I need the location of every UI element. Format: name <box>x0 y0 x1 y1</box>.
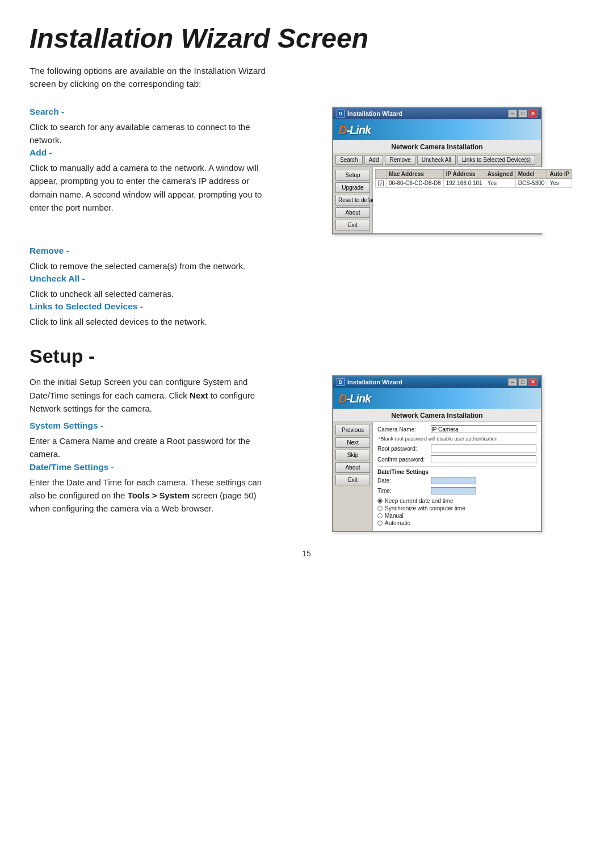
time-row: Time: <box>377 487 536 494</box>
setup-side-buttons: Previous Next Skip About Exit <box>333 422 373 531</box>
auth-note: *Blank root password will disable user a… <box>379 436 536 442</box>
exit-button-2[interactable]: Exit <box>335 475 370 485</box>
uncheck-all-tab-button[interactable]: Uncheck All <box>417 155 456 165</box>
section-remove: Remove - Click to remove the selected ca… <box>30 246 274 272</box>
row-autoip: Yes <box>547 178 572 188</box>
wizard-subtitle-2: Network Camera Installation <box>333 409 541 422</box>
upgrade-side-button[interactable]: Upgrade <box>335 182 370 193</box>
wizard-header-2: D-Link <box>333 388 541 409</box>
search-body: Click to search for any available camera… <box>30 120 274 147</box>
close-button-1[interactable]: ✕ <box>528 110 538 118</box>
setup-body-bold: Next <box>190 391 208 400</box>
col-header-check <box>376 169 387 178</box>
wizard-icon-2: D <box>337 378 345 386</box>
table-row: ✓ 00-80-C8-CD-D8-D8 192.168.0.101 Yes DC… <box>376 178 572 188</box>
root-password-label: Root password: <box>377 446 429 452</box>
radio-group: Keep current date and time Synchronize w… <box>377 498 536 526</box>
setup-form-area: Previous Next Skip About Exit Camera Nam… <box>333 422 541 531</box>
root-password-input[interactable] <box>431 445 536 452</box>
wizard-icon-1: D <box>337 110 345 118</box>
wizard-header-1: D-Link <box>333 119 541 140</box>
add-heading: Add - <box>30 148 274 158</box>
wizard-subtitle-1: Network Camera Installation <box>333 140 541 153</box>
links-tab-button[interactable]: Links to Selected Device(s) <box>457 155 535 165</box>
about-button-2[interactable]: About <box>335 462 370 473</box>
setup-left-col: On the initial Setup Screen you can conf… <box>30 375 274 532</box>
maximize-button-1[interactable]: □ <box>518 110 527 118</box>
wizard-side-buttons-1: Setup Upgrade Reset to default About Exi… <box>333 167 373 233</box>
intro-text: The following options are available on t… <box>30 64 274 91</box>
wizard-window-2-container: D Installation Wizard − □ ✕ D-Link Netwo… <box>291 375 583 532</box>
below-wizard-sections: Remove - Click to remove the selected ca… <box>30 246 274 329</box>
camera-name-input[interactable] <box>431 425 536 433</box>
time-input[interactable] <box>431 487 476 494</box>
datetime-group-label: Date/Time Settings <box>377 466 536 475</box>
section-links: Links to Selected Devices - Click to lin… <box>30 301 274 328</box>
previous-button[interactable]: Previous <box>335 425 370 435</box>
row-check[interactable]: ✓ <box>376 178 387 188</box>
checkbox[interactable]: ✓ <box>378 181 384 186</box>
camera-name-label: Camera Name: <box>377 426 429 433</box>
col-header-autoip: Auto IP <box>547 169 572 178</box>
system-settings-body: Enter a Camera Name and create a Root pa… <box>30 434 274 461</box>
wizard-title-2: Installation Wizard <box>347 379 402 385</box>
minimize-button-2[interactable]: − <box>508 378 517 386</box>
uncheck-all-body: Click to uncheck all selected cameras. <box>30 287 274 300</box>
setup-side-button[interactable]: Setup <box>335 170 370 181</box>
setup-section: On the initial Setup Screen you can conf… <box>30 375 583 532</box>
next-button[interactable]: Next <box>335 437 370 448</box>
datetime-settings-heading: Date/Time Settings - <box>30 462 274 472</box>
remove-tab-button[interactable]: Remove <box>385 155 415 165</box>
section-add: Add - Click to manually add a camera to … <box>30 148 274 214</box>
remove-heading: Remove - <box>30 246 274 256</box>
col-header-model: Model <box>515 169 547 178</box>
wizard-titlebar-1: D Installation Wizard − □ ✕ <box>333 108 541 119</box>
radio-automatic-dot[interactable] <box>377 521 383 526</box>
add-body: Click to manually add a camera to the ne… <box>30 161 274 214</box>
section-search: Search - Click to search for any availab… <box>30 107 274 147</box>
links-body: Click to link all selected devices to th… <box>30 315 274 328</box>
date-label: Date: <box>377 477 429 484</box>
wizard-sidebar-1: Setup Upgrade Reset to default About Exi… <box>333 167 541 233</box>
setup-main-content: Camera Name: *Blank root password will d… <box>373 422 541 531</box>
radio-sync-computer: Synchronize with computer time <box>377 505 536 511</box>
wizard-title-1: Installation Wizard <box>347 110 402 117</box>
search-tab-button[interactable]: Search <box>335 155 363 165</box>
exit-side-button[interactable]: Exit <box>335 220 370 230</box>
radio-sync-computer-dot[interactable] <box>377 506 383 511</box>
root-password-row: Root password: <box>377 445 536 452</box>
wizard-window-1: D Installation Wizard − □ ✕ D-Link Netwo… <box>332 107 542 234</box>
system-settings-heading: System Settings - <box>30 421 274 431</box>
links-heading: Links to Selected Devices - <box>30 301 274 312</box>
radio-manual-label: Manual <box>385 513 404 519</box>
dlink-logo-1: D-Link <box>339 124 371 137</box>
wizard-title-btns-1[interactable]: − □ ✕ <box>508 110 538 118</box>
row-assigned: Yes <box>485 178 515 188</box>
confirm-password-row: Confirm password: <box>377 455 536 463</box>
radio-automatic-label: Automatic <box>385 520 410 526</box>
confirm-password-input[interactable] <box>431 455 536 463</box>
add-tab-button[interactable]: Add <box>364 155 384 165</box>
radio-keep-current-dot[interactable] <box>377 498 383 504</box>
left-descriptions: Search - Click to search for any availab… <box>30 107 274 234</box>
setup-heading: Setup - <box>30 345 583 367</box>
wizard-titlebar-2: D Installation Wizard − □ ✕ <box>333 376 541 388</box>
skip-button[interactable]: Skip <box>335 450 370 460</box>
radio-keep-current: Keep current date and time <box>377 498 536 504</box>
close-button-2[interactable]: ✕ <box>528 378 538 386</box>
confirm-password-label: Confirm password: <box>377 456 429 463</box>
radio-sync-computer-label: Synchronize with computer time <box>385 505 465 511</box>
section-system-settings: System Settings - Enter a Camera Name an… <box>30 421 274 461</box>
uncheck-all-heading: Uncheck All - <box>30 274 274 284</box>
reset-side-button[interactable]: Reset to default <box>335 195 370 206</box>
minimize-button-1[interactable]: − <box>508 110 517 118</box>
page-title: Installation Wizard Screen <box>30 23 583 54</box>
radio-manual-dot[interactable] <box>377 513 383 518</box>
date-input[interactable] <box>431 477 476 484</box>
about-side-button[interactable]: About <box>335 207 370 218</box>
camera-table: Mac Address IP Address Assigned Model Au… <box>375 169 572 188</box>
wizard-title-btns-2[interactable]: − □ ✕ <box>508 378 538 386</box>
maximize-button-2[interactable]: □ <box>518 378 527 386</box>
time-label: Time: <box>377 488 429 494</box>
col-header-mac: Mac Address <box>387 169 444 178</box>
